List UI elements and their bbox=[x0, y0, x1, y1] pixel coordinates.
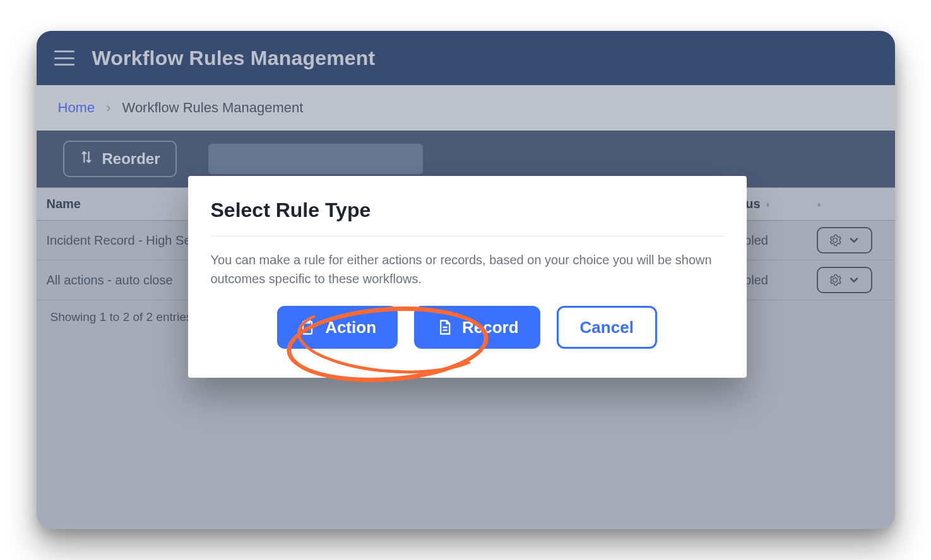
reorder-icon bbox=[80, 150, 93, 168]
hamburger-menu-icon[interactable] bbox=[54, 50, 74, 66]
modal-button-row: Action Record Cancel bbox=[211, 306, 724, 349]
reorder-button[interactable]: Reorder bbox=[63, 141, 177, 177]
modal-body-text: You can make a rule for either actions o… bbox=[211, 250, 724, 288]
cancel-button[interactable]: Cancel bbox=[557, 306, 657, 349]
sort-icon: ♦ bbox=[766, 199, 769, 209]
chevron-down-icon bbox=[848, 274, 860, 286]
app-frame: Workflow Rules Management Home › Workflo… bbox=[37, 31, 895, 529]
gear-icon bbox=[829, 234, 841, 247]
sort-icon: ♦ bbox=[817, 199, 821, 209]
modal-title: Select Rule Type bbox=[211, 199, 724, 236]
breadcrumb-current: Workflow Rules Management bbox=[122, 100, 304, 116]
page-title: Workflow Rules Management bbox=[92, 47, 376, 70]
chevron-down-icon bbox=[848, 234, 860, 247]
app-header: Workflow Rules Management bbox=[37, 31, 895, 85]
gear-icon bbox=[829, 274, 841, 286]
document-icon bbox=[436, 318, 453, 336]
chevron-right-icon: › bbox=[106, 100, 110, 116]
select-rule-type-modal: Select Rule Type You can make a rule for… bbox=[188, 176, 747, 378]
reorder-button-label: Reorder bbox=[102, 150, 160, 168]
record-button[interactable]: Record bbox=[414, 306, 540, 349]
breadcrumb-home-link[interactable]: Home bbox=[58, 100, 95, 116]
row-action-menu-button[interactable] bbox=[817, 227, 872, 254]
row-action-menu-button[interactable] bbox=[817, 267, 872, 293]
clipboard-check-icon bbox=[299, 318, 316, 336]
action-button[interactable]: Action bbox=[277, 306, 398, 349]
search-input[interactable] bbox=[208, 144, 423, 174]
breadcrumb: Home › Workflow Rules Management bbox=[37, 85, 895, 131]
col-actions: ♦ bbox=[807, 188, 895, 220]
